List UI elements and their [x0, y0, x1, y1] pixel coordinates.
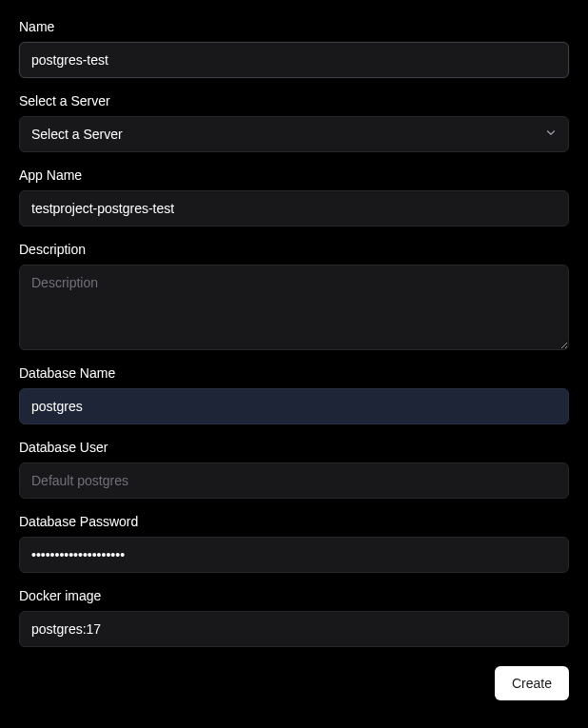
- docker-image-input[interactable]: [19, 611, 569, 647]
- docker-image-field-group: Docker image: [19, 588, 569, 647]
- name-label: Name: [19, 19, 569, 34]
- server-select-wrapper: Select a Server: [19, 116, 569, 152]
- database-user-field-group: Database User: [19, 440, 569, 499]
- name-field-group: Name: [19, 19, 569, 78]
- database-name-field-group: Database Name: [19, 365, 569, 424]
- server-select[interactable]: Select a Server: [19, 116, 569, 152]
- database-user-input[interactable]: [19, 462, 569, 499]
- database-user-label: Database User: [19, 440, 569, 455]
- create-button[interactable]: Create: [495, 666, 569, 700]
- form-actions: Create: [19, 666, 569, 700]
- server-field-group: Select a Server Select a Server: [19, 93, 569, 152]
- database-password-field-group: Database Password: [19, 514, 569, 573]
- database-name-label: Database Name: [19, 365, 569, 381]
- database-password-label: Database Password: [19, 514, 569, 529]
- name-input[interactable]: [19, 42, 569, 78]
- database-password-input[interactable]: [19, 537, 569, 573]
- create-form: Name Select a Server Select a Server App…: [19, 19, 569, 700]
- app-name-field-group: App Name: [19, 167, 569, 226]
- server-label: Select a Server: [19, 93, 569, 108]
- docker-image-label: Docker image: [19, 588, 569, 603]
- app-name-label: App Name: [19, 167, 569, 183]
- app-name-input[interactable]: [19, 190, 569, 226]
- database-name-input[interactable]: [19, 388, 569, 424]
- description-label: Description: [19, 242, 569, 257]
- description-textarea[interactable]: [19, 265, 569, 350]
- description-field-group: Description: [19, 242, 569, 350]
